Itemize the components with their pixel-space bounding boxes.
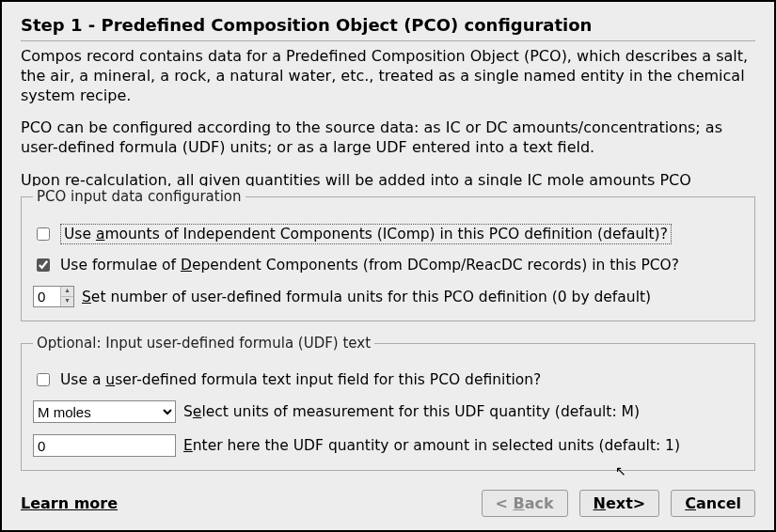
udf-text-label[interactable]: Use a user-defined formula text input fi…	[60, 371, 541, 388]
amounts-label[interactable]: Use amounts of Independent Components (I…	[60, 224, 672, 244]
qty-row: Enter here the UDF quantity or amount in…	[33, 434, 743, 457]
description-text: Compos record contains data for a Predef…	[21, 47, 755, 186]
units-select[interactable]: M moles	[33, 400, 176, 423]
description-p2: PCO can be configured according to the s…	[21, 118, 755, 158]
page-title: Step 1 - Predefined Composition Object (…	[21, 15, 755, 35]
units-row: M moles Select units of measurement for …	[33, 400, 743, 423]
stepper-down-icon[interactable]: ▾	[61, 297, 73, 306]
formula-units-stepper[interactable]: ▴ ▾	[33, 286, 74, 307]
udf-text-group: Optional: Input user-defined formula (UD…	[21, 335, 755, 471]
cancel-button[interactable]: Cancel	[671, 490, 755, 517]
formulae-checkbox[interactable]	[37, 258, 50, 272]
stepper-buttons[interactable]: ▴ ▾	[60, 287, 73, 306]
udf-quantity-label: Enter here the UDF quantity or amount in…	[183, 437, 680, 454]
pco-input-config-group: PCO input data configuration Use amounts…	[21, 188, 755, 321]
amounts-checkbox[interactable]	[37, 227, 50, 241]
description-p3: Upon re-calculation, all given quantitie…	[21, 171, 755, 186]
udf-quantity-input[interactable]	[33, 434, 176, 457]
footer: Learn more < Back Next> Cancel	[21, 490, 755, 517]
formula-units-input[interactable]	[34, 287, 60, 306]
amounts-row: Use amounts of Independent Components (I…	[33, 224, 743, 244]
pco-input-config-legend: PCO input data configuration	[33, 188, 245, 205]
spin-row: ▴ ▾ Set number of user-defined formula u…	[33, 286, 743, 307]
title-separator	[21, 40, 755, 41]
formulae-label[interactable]: Use formulae of Dependent Components (fr…	[60, 257, 679, 274]
udf-text-legend: Optional: Input user-defined formula (UD…	[33, 335, 374, 352]
next-button[interactable]: Next>	[579, 490, 660, 517]
units-label: Select units of measurement for this UDF…	[183, 403, 640, 420]
back-button[interactable]: < Back	[482, 490, 568, 517]
udf-text-checkbox[interactable]	[37, 373, 50, 386]
formula-units-label: Set number of user-defined formula units…	[82, 289, 651, 305]
formulae-row: Use formulae of Dependent Components (fr…	[33, 256, 743, 274]
udf-checkbox-row: Use a user-defined formula text input fi…	[33, 370, 743, 389]
description-p1: Compos record contains data for a Predef…	[21, 47, 755, 105]
learn-more-link[interactable]: Learn more	[21, 494, 118, 512]
